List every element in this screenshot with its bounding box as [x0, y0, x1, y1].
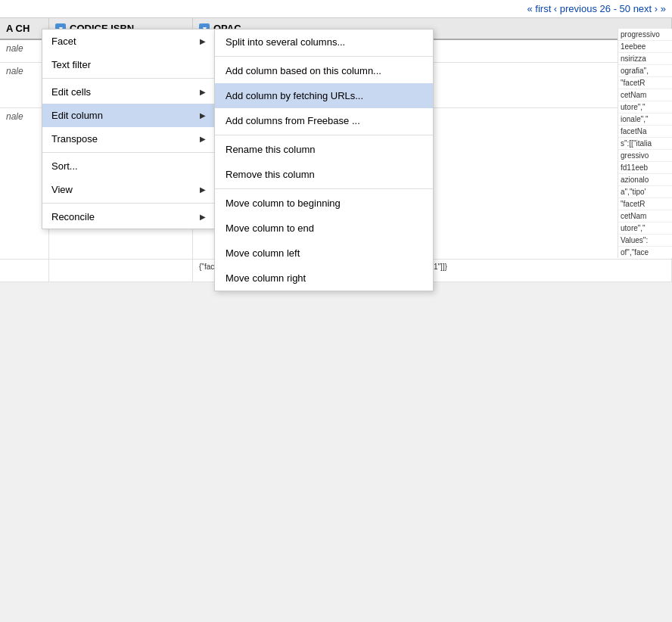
cell-isbn-bottom [49, 260, 193, 281]
snippet-6: cetNam [618, 89, 672, 101]
snippet-16: cetNam [618, 210, 672, 222]
menu-item-edit-cells-label: Edit cells [51, 86, 91, 98]
submenu-item-add-column-urls[interactable]: Add column by fetching URLs... [215, 83, 433, 108]
menu-item-edit-cells[interactable]: Edit cells ▶ [42, 80, 215, 104]
snippet-5: "facetR [618, 77, 672, 89]
submenu-remove-column-label: Remove this column [226, 169, 315, 180]
snippet-11: gressivo [618, 150, 672, 162]
menu-item-facet[interactable]: Facet ▶ [42, 30, 215, 53]
snippet-19: of","face [618, 247, 672, 258]
submenu-add-column-based-label: Add column based on this column... [226, 65, 381, 76]
snippet-8: ionale"," [618, 114, 672, 126]
menu-item-edit-column[interactable]: Edit column ▶ [42, 104, 215, 127]
menu-item-edit-column-label: Edit column [51, 110, 103, 121]
dropdown-menu-level1: Facet ▶ Text filter Edit cells ▶ Edit co… [42, 29, 216, 229]
menu-item-view[interactable]: View ▶ [42, 178, 215, 201]
menu-item-facet-label: Facet [51, 36, 76, 47]
submenu-move-left-label: Move column left [226, 247, 300, 259]
submenu-move-beginning-label: Move column to beginning [226, 197, 341, 209]
submenu-item-split-columns[interactable]: Split into several columns... [215, 30, 433, 54]
submenu-item-add-column-based[interactable]: Add column based on this column... [215, 58, 433, 83]
snippet-4: ografia", [618, 65, 672, 77]
pagination-text: « first ‹ previous 26 - 50 next › » [527, 3, 666, 14]
snippet-9: facetNa [618, 126, 672, 138]
submenu-item-remove-column[interactable]: Remove this column [215, 162, 433, 187]
edit-cells-arrow-icon: ▶ [200, 88, 206, 96]
submenu-rename-column-label: Rename this column [226, 144, 316, 155]
submenu-divider-2 [215, 135, 433, 135]
menu-item-sort-label: Sort... [51, 160, 78, 172]
submenu-item-move-left[interactable]: Move column left [215, 241, 433, 266]
snippet-13: azionalo [618, 174, 672, 186]
menu-divider-2 [42, 152, 215, 153]
snippet-15: "facetR [618, 198, 672, 210]
snippet-2: 1eebee [618, 41, 672, 53]
submenu-item-add-columns-freebase[interactable]: Add columns from Freebase ... [215, 108, 433, 133]
menu-item-reconcile[interactable]: Reconcile ▶ [42, 205, 215, 229]
right-side-data: progressivo 1eebee nsirizza ografia", "f… [618, 29, 672, 258]
pagination-bar: « first ‹ previous 26 - 50 next › » [0, 0, 672, 18]
submenu-add-columns-freebase-label: Add columns from Freebase ... [226, 115, 360, 126]
snippet-3: nsirizza [618, 53, 672, 65]
submenu-item-rename-column[interactable]: Rename this column [215, 137, 433, 162]
menu-item-sort[interactable]: Sort... [42, 154, 215, 178]
submenu-item-move-beginning[interactable]: Move column to beginning [215, 191, 433, 216]
snippet-10: s":[["italia [618, 138, 672, 150]
transpose-arrow-icon: ▶ [200, 135, 206, 143]
cell-ra-ch-bottom [0, 260, 49, 281]
menu-item-transpose[interactable]: Transpose ▶ [42, 127, 215, 151]
snippet-1: progressivo [618, 29, 672, 41]
submenu-move-right-label: Move column right [226, 272, 306, 284]
menu-item-transpose-label: Transpose [51, 133, 98, 145]
edit-column-arrow-icon: ▶ [200, 111, 206, 120]
menu-item-text-filter[interactable]: Text filter [42, 53, 215, 76]
col-ra-ch-label: A CH [6, 23, 30, 34]
snippet-12: fd11eeb [618, 162, 672, 174]
submenu-item-move-end[interactable]: Move column to end [215, 216, 433, 241]
submenu-divider-1 [215, 56, 433, 57]
view-arrow-icon: ▶ [200, 185, 206, 194]
reconcile-arrow-icon: ▶ [200, 213, 206, 221]
menu-item-reconcile-label: Reconcile [51, 211, 95, 222]
menu-item-view-label: View [51, 184, 73, 195]
menu-divider-3 [42, 203, 215, 204]
snippet-14: a","tipo' [618, 186, 672, 198]
snippet-7: utore"," [618, 101, 672, 114]
dropdown-menu-level2: Split into several columns... Add column… [214, 29, 434, 291]
submenu-split-columns-label: Split into several columns... [226, 36, 345, 48]
facet-arrow-icon: ▶ [200, 37, 206, 45]
submenu-move-end-label: Move column to end [226, 222, 314, 234]
menu-item-text-filter-label: Text filter [51, 59, 91, 70]
submenu-add-column-urls-label: Add column by fetching URLs... [226, 90, 363, 101]
submenu-item-move-right[interactable]: Move column right [215, 266, 433, 291]
menu-divider-1 [42, 78, 215, 79]
snippet-17: utore"," [618, 222, 672, 235]
snippet-18: Values": [618, 235, 672, 247]
submenu-divider-3 [215, 188, 433, 189]
